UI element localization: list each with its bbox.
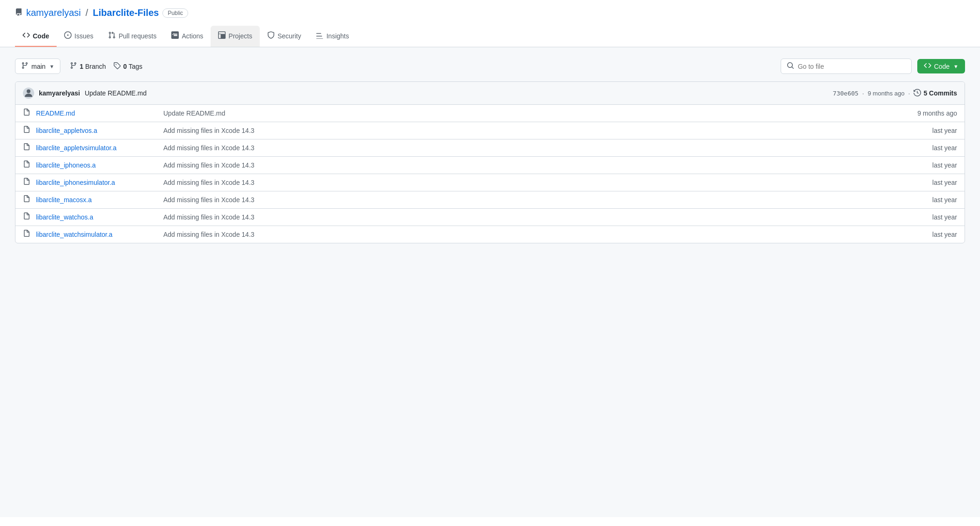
tab-pull-requests-label: Pull requests — [118, 32, 156, 40]
tab-code[interactable]: Code — [15, 26, 57, 47]
commits-dot-separator: · — [908, 90, 910, 97]
file-name[interactable]: libarclite_macosx.a — [36, 196, 158, 204]
commit-message[interactable]: Update README.md — [85, 89, 146, 97]
file-icon — [23, 178, 30, 187]
file-name[interactable]: libarclite_appletvos.a — [36, 127, 158, 134]
commit-author-avatar — [23, 88, 34, 99]
table-row: libarclite_watchos.a Add missing files i… — [15, 209, 965, 226]
table-row: README.md Update README.md 9 months ago — [15, 105, 965, 122]
tab-pull-requests[interactable]: Pull requests — [101, 26, 164, 47]
history-icon — [914, 89, 921, 98]
commit-author[interactable]: kamyarelyasi — [39, 89, 80, 97]
tab-security[interactable]: Security — [260, 26, 309, 47]
repo-owner-link[interactable]: kamyarelyasi — [26, 7, 81, 18]
issues-icon — [64, 31, 72, 40]
file-time: 9 months ago — [910, 110, 957, 117]
tab-projects-label: Projects — [228, 32, 252, 40]
file-icon — [23, 161, 30, 170]
file-commit-message: Add missing files in Xcode 14.3 — [163, 161, 905, 169]
file-name[interactable]: libarclite_iphonesimulator.a — [36, 179, 158, 186]
repo-name-link[interactable]: Libarclite-Files — [93, 7, 159, 18]
file-name[interactable]: libarclite_watchsimulator.a — [36, 231, 158, 238]
tab-insights-label: Insights — [326, 32, 349, 40]
file-icon — [23, 230, 30, 239]
code-button[interactable]: Code ▼ — [917, 59, 965, 73]
file-icon — [23, 212, 30, 222]
file-name[interactable]: libarclite_iphoneos.a — [36, 161, 158, 169]
tab-actions[interactable]: Actions — [164, 26, 211, 47]
file-time: last year — [910, 127, 957, 134]
file-time: last year — [910, 231, 957, 238]
main-content: main ▼ 1 Branch — [0, 47, 980, 517]
repo-visibility-badge: Public — [162, 8, 188, 18]
tab-issues[interactable]: Issues — [57, 26, 101, 47]
table-row: libarclite_iphonesimulator.a Add missing… — [15, 174, 965, 191]
table-row: libarclite_macosx.a Add missing files in… — [15, 191, 965, 209]
branch-chevron-icon: ▼ — [49, 64, 54, 69]
repo-icon — [15, 8, 22, 18]
insights-icon — [316, 31, 323, 40]
actions-icon — [171, 31, 179, 40]
file-commit-message: Add missing files in Xcode 14.3 — [163, 179, 905, 186]
table-row: libarclite_iphoneos.a Add missing files … — [15, 157, 965, 174]
file-time: last year — [910, 213, 957, 221]
branch-count-icon — [70, 62, 77, 71]
file-name[interactable]: README.md — [36, 110, 158, 117]
toolbar: main ▼ 1 Branch — [15, 58, 965, 74]
tab-code-label: Code — [33, 32, 49, 40]
repo-separator: / — [86, 7, 88, 18]
branch-name: main — [31, 63, 45, 70]
code-button-label: Code — [934, 63, 950, 70]
file-icon — [23, 109, 30, 118]
file-name[interactable]: libarclite_watchos.a — [36, 213, 158, 221]
file-time: last year — [910, 179, 957, 186]
tag-count-link[interactable]: 0 Tags — [113, 62, 142, 71]
file-time: last year — [910, 196, 957, 204]
tag-icon — [113, 62, 121, 71]
file-commit-message: Add missing files in Xcode 14.3 — [163, 231, 905, 238]
toolbar-right: Code ▼ — [781, 58, 965, 74]
file-time: last year — [910, 144, 957, 152]
file-commit-message: Update README.md — [163, 110, 905, 117]
table-row: libarclite_watchsimulator.a Add missing … — [15, 226, 965, 243]
table-row: libarclite_appletvos.a Add missing files… — [15, 122, 965, 139]
commit-time: 9 months ago — [868, 90, 905, 97]
file-time: last year — [910, 161, 957, 169]
tab-issues-label: Issues — [74, 32, 93, 40]
code-btn-icon — [924, 62, 931, 71]
pull-requests-icon — [108, 31, 116, 40]
table-row: libarclite_appletvsimulator.a Add missin… — [15, 139, 965, 157]
commits-count-label: 5 Commits — [923, 89, 957, 97]
tab-insights[interactable]: Insights — [308, 26, 356, 47]
file-icon — [23, 126, 30, 135]
branch-selector[interactable]: main ▼ — [15, 58, 60, 74]
file-name[interactable]: libarclite_appletvsimulator.a — [36, 144, 158, 152]
file-commit-message: Add missing files in Xcode 14.3 — [163, 127, 905, 134]
file-commit-message: Add missing files in Xcode 14.3 — [163, 213, 905, 221]
file-commit-message: Add missing files in Xcode 14.3 — [163, 144, 905, 152]
meta-badges: 1 Branch 0 Tags — [70, 62, 142, 71]
search-icon — [787, 62, 794, 71]
commit-meta: 730e605 · 9 months ago · 5 Commits — [833, 89, 957, 98]
file-table: kamyarelyasi Update README.md 730e605 · … — [15, 81, 965, 243]
tab-security-label: Security — [278, 32, 301, 40]
tab-actions-label: Actions — [182, 32, 203, 40]
commit-hash[interactable]: 730e605 — [833, 90, 859, 97]
tag-count-value: 0 Tags — [123, 63, 142, 70]
security-icon — [267, 31, 275, 40]
file-commit-message: Add missing files in Xcode 14.3 — [163, 196, 905, 204]
branch-icon — [21, 62, 29, 71]
branch-count-value: 1 Branch — [80, 63, 106, 70]
branch-count-link[interactable]: 1 Branch — [70, 62, 106, 71]
goto-file-search[interactable] — [781, 58, 912, 74]
goto-file-input[interactable] — [798, 63, 906, 70]
commit-row: kamyarelyasi Update README.md 730e605 · … — [15, 82, 965, 105]
file-icon — [23, 195, 30, 205]
tab-projects[interactable]: Projects — [211, 26, 260, 47]
commit-dot-separator: · — [862, 90, 864, 97]
projects-icon — [218, 31, 226, 40]
file-icon — [23, 143, 30, 153]
commits-history-link[interactable]: 5 Commits — [914, 89, 957, 98]
svg-point-0 — [27, 89, 30, 93]
repo-nav: Code Issues Pull requests — [15, 26, 965, 47]
